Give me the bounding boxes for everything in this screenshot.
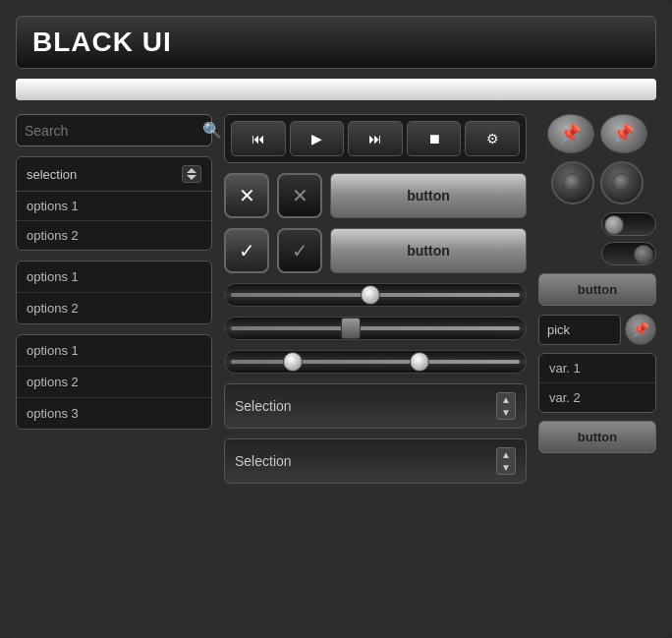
var-item-1[interactable]: var. 1 bbox=[539, 354, 655, 383]
media-controls: ⏮ ▶ ⏭ ⏹ ⚙ bbox=[224, 114, 527, 163]
slider-3[interactable] bbox=[224, 350, 527, 374]
toggle-1[interactable] bbox=[601, 212, 656, 236]
white-bar bbox=[16, 79, 656, 100]
list2-item-2[interactable]: options 2 bbox=[17, 367, 211, 398]
title-bar: BLACK UI bbox=[16, 16, 656, 69]
check-outline-icon: ✓ bbox=[292, 239, 308, 262]
slider-2[interactable] bbox=[224, 317, 527, 340]
list2-item-1[interactable]: options 1 bbox=[17, 335, 211, 367]
search-input[interactable] bbox=[25, 123, 196, 139]
toggle-2[interactable] bbox=[601, 242, 656, 265]
app-title: BLACK UI bbox=[32, 27, 640, 58]
dropdown-option-1[interactable]: options 1 bbox=[17, 192, 211, 221]
selection-2-arrows[interactable]: ▲ ▼ bbox=[496, 447, 516, 475]
center-column: ⏮ ▶ ⏭ ⏹ ⚙ ✕ ✕ button ✓ bbox=[224, 114, 527, 596]
pin-button-1[interactable]: 📌 bbox=[547, 114, 594, 153]
var-list: var. 1 var. 2 bbox=[538, 353, 656, 413]
toggle-wrap-2 bbox=[538, 242, 656, 265]
right-button-1[interactable]: button bbox=[538, 273, 656, 306]
main-layout: 🔍 selection options 1 options 2 options … bbox=[16, 114, 656, 596]
knob-row bbox=[538, 161, 656, 204]
button-2[interactable]: button bbox=[330, 228, 527, 273]
list1-item-1[interactable]: options 1 bbox=[17, 261, 211, 293]
pick-row: pick 📌 bbox=[538, 314, 656, 345]
selection-2-up[interactable]: ▲ bbox=[497, 448, 515, 461]
var-item-2[interactable]: var. 2 bbox=[539, 383, 655, 412]
right-column: 📌 📌 bbox=[538, 114, 656, 596]
button-row-1: ✕ ✕ button bbox=[224, 173, 527, 218]
toggle-1-thumb bbox=[604, 215, 624, 235]
knob-1[interactable] bbox=[551, 161, 594, 204]
list1-item-2[interactable]: options 2 bbox=[17, 293, 211, 323]
list2-item-3[interactable]: options 3 bbox=[17, 398, 211, 429]
rewind-button[interactable]: ⏮ bbox=[231, 121, 286, 156]
slider-3-thumb-right[interactable] bbox=[410, 352, 429, 372]
check-filled-button[interactable]: ✓ bbox=[224, 228, 269, 273]
slider-1-thumb[interactable] bbox=[361, 285, 380, 305]
dropdown-header: selection bbox=[17, 157, 211, 192]
chevron-button[interactable] bbox=[182, 165, 201, 183]
app-container: BLACK UI 🔍 selection options 1 o bbox=[0, 0, 672, 638]
list-group-1: options 1 options 2 bbox=[16, 261, 212, 324]
selection-1-down[interactable]: ▼ bbox=[497, 406, 515, 419]
slider-3-track bbox=[231, 360, 520, 364]
pin-button-2[interactable]: 📌 bbox=[600, 114, 647, 153]
knob-2[interactable] bbox=[600, 161, 644, 204]
selection-1-label: Selection bbox=[235, 398, 292, 414]
close-outline-icon: ✕ bbox=[292, 184, 308, 207]
dropdown-group: selection options 1 options 2 bbox=[16, 156, 212, 251]
selection-box-2: Selection ▲ ▼ bbox=[224, 438, 527, 484]
pick-pin-button[interactable]: 📌 bbox=[625, 314, 656, 345]
button-1[interactable]: button bbox=[330, 173, 527, 218]
knob-1-inner bbox=[563, 173, 583, 193]
slider-3-thumb-left[interactable] bbox=[283, 352, 303, 372]
selection-1-arrows[interactable]: ▲ ▼ bbox=[496, 392, 516, 420]
button-row-2: ✓ ✓ button bbox=[224, 228, 527, 273]
close-filled-icon: ✕ bbox=[239, 184, 255, 207]
slider-2-track bbox=[231, 326, 520, 330]
pick-label: pick bbox=[538, 315, 621, 345]
search-icon[interactable]: 🔍 bbox=[202, 121, 222, 140]
slider-1-track bbox=[231, 293, 520, 297]
toggle-wrap-1 bbox=[538, 212, 656, 236]
pin-row: 📌 📌 bbox=[538, 114, 656, 153]
dropdown-option-2[interactable]: options 2 bbox=[17, 221, 211, 250]
check-filled-icon: ✓ bbox=[239, 239, 255, 262]
close-filled-button[interactable]: ✕ bbox=[224, 173, 269, 218]
knob-2-inner bbox=[612, 173, 632, 193]
close-outline-button[interactable]: ✕ bbox=[277, 173, 322, 218]
list-group-2: options 1 options 2 options 3 bbox=[16, 334, 212, 430]
settings-button[interactable]: ⚙ bbox=[465, 121, 520, 156]
search-box: 🔍 bbox=[16, 114, 212, 146]
chevron-up-icon bbox=[187, 168, 196, 173]
dropdown-label: selection bbox=[27, 167, 77, 182]
stop-button[interactable]: ⏹ bbox=[407, 121, 462, 156]
selection-2-label: Selection bbox=[235, 453, 292, 469]
slider-2-thumb[interactable] bbox=[341, 318, 361, 339]
forward-button[interactable]: ⏭ bbox=[348, 121, 403, 156]
check-outline-button[interactable]: ✓ bbox=[277, 228, 322, 273]
slider-1[interactable] bbox=[224, 283, 527, 307]
toggle-row bbox=[538, 212, 656, 265]
chevron-down-icon bbox=[187, 175, 196, 180]
play-button[interactable]: ▶ bbox=[290, 121, 345, 156]
right-button-2[interactable]: button bbox=[538, 421, 656, 453]
selection-2-down[interactable]: ▼ bbox=[497, 461, 515, 474]
selection-1-up[interactable]: ▲ bbox=[497, 393, 515, 406]
selection-box-1: Selection ▲ ▼ bbox=[224, 383, 527, 429]
left-column: 🔍 selection options 1 options 2 options … bbox=[16, 114, 212, 596]
toggle-2-thumb bbox=[634, 245, 653, 264]
